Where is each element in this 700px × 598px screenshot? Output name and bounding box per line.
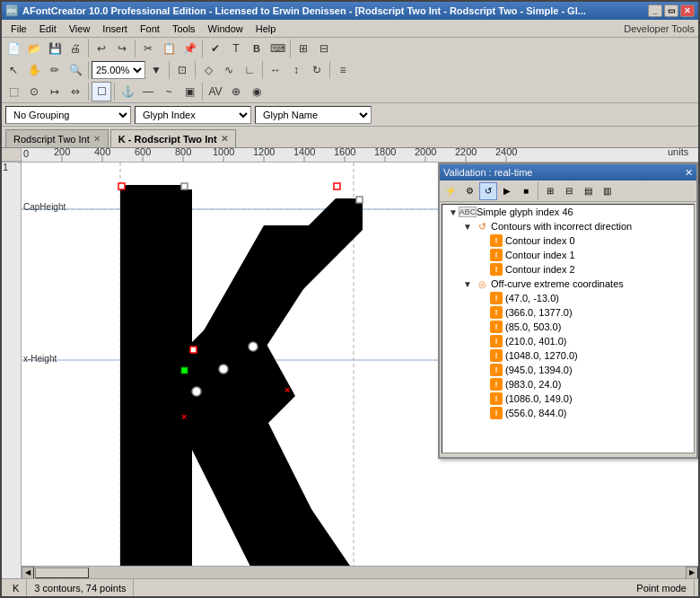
menu-file[interactable]: File bbox=[5, 22, 32, 35]
tab-rodscript[interactable]: Rodscript Two Int ✕ bbox=[5, 129, 109, 147]
spacing-button[interactable]: ⇔ bbox=[66, 82, 85, 101]
new-button[interactable]: 📄 bbox=[4, 39, 23, 58]
val-coord-7[interactable]: ! (1086.0, 149.0) bbox=[442, 391, 694, 406]
copy-button[interactable]: 📋 bbox=[159, 39, 179, 58]
scroll-left-button[interactable]: ◀ bbox=[22, 567, 34, 579]
val-contours-group[interactable]: ▼ ↺ Contours with incorrect direction bbox=[442, 219, 694, 233]
validation-close-button[interactable]: ✕ bbox=[685, 167, 693, 179]
menu-font[interactable]: Font bbox=[135, 22, 165, 35]
grid2-button[interactable]: ⊟ bbox=[314, 39, 334, 58]
val-coord-3-text: (210.0, 401.0) bbox=[505, 336, 567, 347]
val-settings-btn[interactable]: ⚙ bbox=[460, 182, 478, 200]
cut-button[interactable]: ✂ bbox=[138, 39, 158, 58]
val-layout-btn[interactable]: ▤ bbox=[579, 182, 597, 200]
node-button[interactable]: ◇ bbox=[198, 60, 218, 80]
anchor-button[interactable]: ⚓ bbox=[118, 82, 137, 101]
paste-button[interactable]: 📌 bbox=[179, 39, 199, 58]
val-lightning-btn[interactable]: ⚡ bbox=[442, 182, 459, 200]
rotate-button[interactable]: ↻ bbox=[307, 60, 327, 80]
glyph-name-select[interactable]: Glyph Name bbox=[255, 106, 372, 124]
zoom-dropdown[interactable]: ▼ bbox=[146, 60, 166, 80]
menu-window[interactable]: Window bbox=[203, 22, 249, 35]
guide-button[interactable]: — bbox=[138, 82, 158, 101]
validate-button[interactable]: ✔ bbox=[206, 39, 225, 58]
val-grid2-btn[interactable]: ⊟ bbox=[560, 182, 578, 200]
align-button[interactable]: ≡ bbox=[333, 60, 353, 80]
developer-tools-label: Developer Tools bbox=[624, 23, 695, 34]
pixel-button[interactable]: ▣ bbox=[179, 82, 199, 101]
shadow-button[interactable]: ◉ bbox=[247, 82, 267, 101]
flip-v-button[interactable]: ↕ bbox=[286, 60, 306, 80]
val-coord-6[interactable]: ! (983.0, 24.0) bbox=[442, 377, 694, 391]
grid-button[interactable]: ⊞ bbox=[293, 39, 313, 58]
val-tree-root[interactable]: ▼ ABC Simple glyph index 46 bbox=[442, 205, 694, 219]
status-mode: Point mode bbox=[629, 579, 695, 596]
contour-button[interactable]: ⬚ bbox=[4, 82, 23, 101]
val-coord-2[interactable]: ! (85.0, 503.0) bbox=[442, 320, 694, 334]
flip-h-button[interactable]: ↔ bbox=[266, 60, 285, 80]
open-button[interactable]: 📂 bbox=[24, 39, 44, 58]
curve-button[interactable]: ∿ bbox=[219, 60, 239, 80]
zoom-select[interactable]: 25.00% 50.00% 100% bbox=[92, 61, 145, 79]
val-coord-0[interactable]: ! (47.0, -13.0) bbox=[442, 291, 694, 305]
val-refresh-btn[interactable]: ↺ bbox=[479, 182, 497, 200]
restore-button[interactable]: ▭ bbox=[664, 4, 678, 17]
zoom-in-tool[interactable]: 🔍 bbox=[66, 60, 85, 80]
close-button[interactable]: ✕ bbox=[680, 4, 695, 17]
val-offcurve-group[interactable]: ▼ ◎ Off-curve extreme coordinates bbox=[442, 277, 694, 291]
menu-edit[interactable]: Edit bbox=[34, 22, 62, 35]
val-coord-8[interactable]: ! (556.0, 844.0) bbox=[442, 406, 694, 420]
val-contour-0[interactable]: ! Contour index 0 bbox=[442, 233, 694, 248]
text-button[interactable]: T bbox=[226, 39, 246, 58]
scroll-right-button[interactable]: ▶ bbox=[686, 567, 698, 579]
hand-tool[interactable]: ✋ bbox=[24, 60, 44, 80]
val-layout2-btn[interactable]: ▥ bbox=[598, 182, 616, 200]
menu-insert[interactable]: Insert bbox=[97, 22, 133, 35]
redo-button[interactable]: ↪ bbox=[112, 39, 132, 58]
undo-button[interactable]: ↩ bbox=[92, 39, 111, 58]
glyph-button[interactable]: ⌨ bbox=[267, 39, 287, 58]
status-glyph: K bbox=[5, 579, 27, 596]
menu-tools[interactable]: Tools bbox=[167, 22, 201, 35]
warn-icon-c1: ! bbox=[489, 306, 503, 319]
scroll-thumb[interactable] bbox=[35, 567, 89, 578]
val-contour-1[interactable]: ! Contour index 1 bbox=[442, 248, 694, 262]
rect-select-button[interactable]: ☐ bbox=[92, 82, 111, 101]
kern-button[interactable]: AV bbox=[206, 82, 225, 101]
fit-button[interactable]: ⊡ bbox=[172, 60, 192, 80]
val-play-btn[interactable]: ▶ bbox=[498, 182, 516, 200]
glyph-canvas[interactable]: CapHeight x-Height Baseline bbox=[22, 163, 698, 566]
component-button[interactable]: ⊕ bbox=[226, 82, 246, 101]
bold-button[interactable]: B bbox=[247, 39, 267, 58]
glyph-index-select[interactable]: Glyph Index bbox=[135, 106, 251, 124]
metric-button[interactable]: ↦ bbox=[45, 82, 65, 101]
val-stop-btn[interactable]: ■ bbox=[517, 182, 535, 200]
grouping-select[interactable]: No Grouping bbox=[5, 106, 131, 124]
val-coord-5[interactable]: ! (945.0, 1394.0) bbox=[442, 363, 694, 377]
horizontal-scrollbar[interactable]: ◀ ▶ bbox=[22, 566, 698, 578]
select-tool[interactable]: ↖ bbox=[4, 60, 23, 80]
status-mode-text: Point mode bbox=[636, 583, 687, 594]
svg-text:1400: 1400 bbox=[293, 148, 315, 157]
menu-help[interactable]: Help bbox=[250, 22, 282, 35]
pen-tool[interactable]: ✏ bbox=[45, 60, 65, 80]
scroll-track[interactable] bbox=[34, 567, 686, 579]
tab-rodscript-close[interactable]: ✕ bbox=[93, 134, 101, 144]
validation-content[interactable]: ▼ ABC Simple glyph index 46 ▼ ↺ Contours… bbox=[442, 204, 695, 453]
val-coord-4[interactable]: ! (1048.0, 1270.0) bbox=[442, 348, 694, 363]
print-button[interactable]: 🖨 bbox=[66, 39, 85, 58]
path-button[interactable]: ⊙ bbox=[24, 82, 44, 101]
val-coord-3[interactable]: ! (210.0, 401.0) bbox=[442, 334, 694, 348]
menu-view[interactable]: View bbox=[64, 22, 96, 35]
minimize-button[interactable]: _ bbox=[648, 4, 662, 17]
status-info-text: 3 contours, 74 points bbox=[34, 583, 126, 594]
val-coord-1[interactable]: ! (366.0, 1377.0) bbox=[442, 305, 694, 320]
save-button[interactable]: 💾 bbox=[45, 39, 65, 58]
smooth-button[interactable]: ~ bbox=[159, 82, 179, 101]
tab-k-rodscript[interactable]: K - Rodscript Two Int ✕ bbox=[110, 129, 236, 147]
toolbar-sep-9 bbox=[329, 61, 330, 79]
val-contour-2[interactable]: ! Contour index 2 bbox=[442, 262, 694, 277]
tab-k-rodscript-close[interactable]: ✕ bbox=[221, 134, 228, 144]
corner-button[interactable]: ∟ bbox=[240, 60, 259, 80]
val-grid-btn[interactable]: ⊞ bbox=[541, 182, 559, 200]
